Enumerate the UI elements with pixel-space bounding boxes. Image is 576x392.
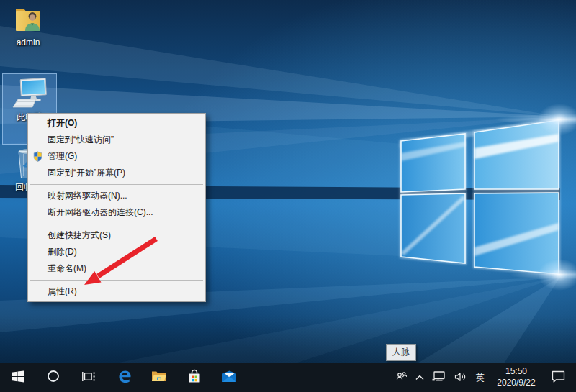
menu-item-disconnect-network-drive[interactable]: 断开网络驱动器的连接(C)...: [28, 204, 205, 221]
speaker-icon: [454, 372, 467, 384]
network-icon: [432, 371, 445, 384]
chevron-up-icon: [415, 373, 424, 383]
ime-indicator[interactable]: 英: [471, 363, 490, 392]
menu-item-map-network-drive[interactable]: 映射网络驱动器(N)...: [28, 188, 205, 204]
people-icon: [396, 371, 407, 384]
clock-time: 15:50: [505, 366, 527, 378]
people-tooltip: 人脉: [386, 344, 416, 361]
user-folder-icon: [14, 6, 42, 37]
task-view-icon: [82, 370, 95, 386]
action-center-button[interactable]: [543, 363, 573, 392]
show-hidden-icons-button[interactable]: [412, 363, 428, 392]
menu-item-open[interactable]: 打开(O): [28, 115, 205, 132]
edge-button[interactable]: [106, 363, 141, 392]
edge-icon: [116, 368, 132, 387]
action-center-icon: [552, 370, 565, 385]
desktop-icon-admin[interactable]: admin: [7, 6, 49, 48]
mail-icon: [222, 370, 237, 386]
menu-item-pin-to-quick-access[interactable]: 固定到“快速访问”: [28, 132, 205, 148]
volume-tray-button[interactable]: [449, 363, 471, 392]
menu-separator: [30, 184, 203, 185]
task-view-button[interactable]: [71, 363, 106, 392]
taskbar: 英 15:50 2020/9/22: [0, 363, 576, 392]
store-icon: [187, 369, 202, 387]
store-button[interactable]: [176, 363, 212, 392]
clock-date: 2020/9/22: [497, 378, 535, 389]
start-button[interactable]: [0, 363, 35, 392]
clock[interactable]: 15:50 2020/9/22: [490, 363, 543, 392]
system-tray: 英 15:50 2020/9/22: [390, 363, 576, 392]
windows-logo-icon: [12, 370, 24, 386]
cortana-search-button[interactable]: [35, 363, 71, 392]
red-arrow-annotation: [76, 230, 169, 293]
search-circle-icon: [47, 370, 60, 386]
menu-separator: [30, 224, 203, 224]
file-explorer-icon: [151, 370, 166, 386]
network-tray-button[interactable]: [428, 363, 449, 392]
this-pc-icon: [9, 78, 50, 111]
people-tray-button[interactable]: [390, 363, 412, 392]
menu-item-manage[interactable]: 管理(G): [28, 148, 205, 165]
desktop-icon-label: admin: [17, 38, 40, 48]
file-explorer-button[interactable]: [141, 363, 176, 392]
menu-item-pin-to-start[interactable]: 固定到“开始”屏幕(P): [28, 165, 205, 181]
uac-shield-icon: [32, 151, 43, 164]
mail-button[interactable]: [212, 363, 247, 392]
